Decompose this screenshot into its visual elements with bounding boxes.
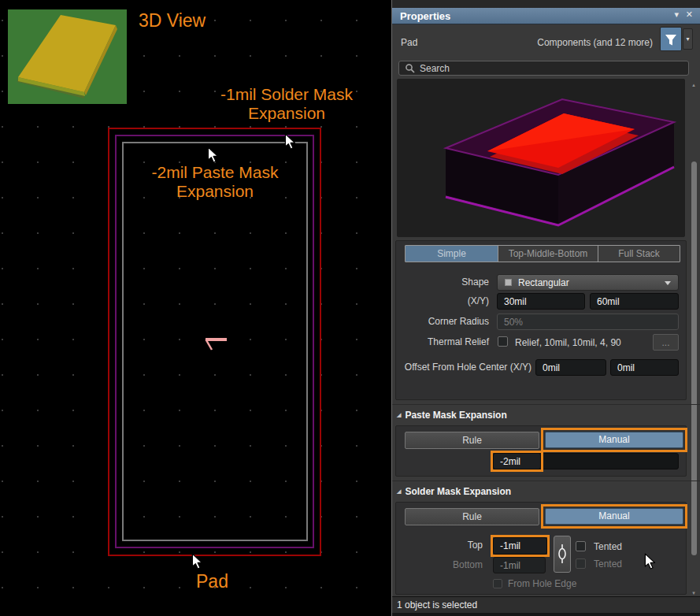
filter-button[interactable] <box>660 27 682 51</box>
panel-title: Properties <box>400 10 450 22</box>
bottom-label: Bottom <box>392 557 483 573</box>
scroll-down-icon[interactable]: ▾ <box>688 590 699 596</box>
corner-radius-label: Corner Radius <box>392 314 489 330</box>
shape-select[interactable]: Rectangular <box>497 274 679 291</box>
label-pad: Pad <box>196 571 228 592</box>
highlight-box <box>491 451 543 472</box>
pad-3d-preview[interactable] <box>397 79 685 237</box>
altium-workspace: 3D View -1mil Solder MaskExpansion -2mil… <box>0 0 700 616</box>
pad-3d-thumbnail <box>8 9 127 104</box>
paste-mask-rule-button[interactable]: Rule <box>405 432 539 449</box>
size-x-field[interactable] <box>497 293 585 310</box>
solder-mask-manual-button[interactable]: Manual <box>545 508 683 525</box>
tab-full-stack[interactable]: Full Stack <box>598 246 680 262</box>
offset-y-field[interactable] <box>610 359 679 376</box>
highlight-box: Manual <box>541 504 687 529</box>
scope-label: Components (and 12 more) <box>537 37 653 48</box>
status-bar: 1 object is selected <box>392 597 700 613</box>
highlight-box: Manual <box>541 428 687 452</box>
from-hole-edge-checkbox <box>493 579 502 588</box>
search-box <box>398 61 689 76</box>
thermal-relief-value: Relief, 10mil, 10mil, 4, 90 <box>515 337 621 348</box>
search-icon <box>405 63 416 74</box>
pcb-canvas[interactable]: 3D View -1mil Solder MaskExpansion -2mil… <box>0 0 391 616</box>
offset-x-field[interactable] <box>535 359 606 376</box>
section-expanded-icon: ◢ <box>397 488 401 494</box>
search-input[interactable] <box>420 61 680 75</box>
status-text: 1 object is selected <box>397 599 477 610</box>
from-hole-edge-label: From Hole Edge <box>508 578 576 589</box>
top-label: Top <box>392 537 483 554</box>
close-icon[interactable]: ✕ <box>686 9 693 20</box>
filter-dropdown-button[interactable]: ▾ <box>683 28 693 50</box>
shape-value: Rectangular <box>518 276 569 291</box>
paste-mask-value-field[interactable] <box>493 453 541 469</box>
tented-bottom-label: Tented <box>594 558 622 570</box>
chevron-down-icon <box>665 281 671 285</box>
shape-label: Shape <box>392 274 489 291</box>
solder-mask-top-field[interactable] <box>493 537 547 555</box>
panel-collapse-icon[interactable]: ▾ <box>674 9 679 20</box>
tented-top-label: Tented <box>594 541 622 552</box>
paste-mask-manual-button[interactable]: Manual <box>545 432 683 448</box>
rectangular-shape-icon <box>505 279 512 286</box>
filter-icon <box>661 28 681 50</box>
pad-3d-render <box>397 79 685 237</box>
tented-bottom-checkbox <box>576 558 586 569</box>
tented-top-checkbox[interactable] <box>576 541 586 551</box>
stack-mode-tabs: Simple Top-Middle-Bottom Full Stack <box>405 245 680 262</box>
section-divider <box>392 404 700 405</box>
solder-mask-rule-button[interactable]: Rule <box>405 508 539 525</box>
corner-radius-field <box>497 314 679 330</box>
xy-label: (X/Y) <box>392 293 489 310</box>
label-3d-view: 3D View <box>139 10 206 32</box>
panel-header: Properties ▾ ✕ <box>392 8 700 24</box>
thermal-relief-label: Thermal Relief <box>392 334 489 351</box>
link-icon <box>554 536 570 572</box>
size-y-field[interactable] <box>590 293 679 310</box>
tab-top-middle-bottom[interactable]: Top-Middle-Bottom <box>498 246 598 262</box>
solder-mask-bottom-field <box>493 557 546 573</box>
section-divider <box>392 481 700 481</box>
tab-simple[interactable]: Simple <box>406 246 498 262</box>
highlight-box <box>491 535 550 557</box>
thermal-relief-more-button: ... <box>653 334 679 351</box>
paste-mask-section-header[interactable]: ◢Paste Mask Expansion <box>397 410 507 421</box>
solder-mask-section-header[interactable]: ◢Solder Mask Expansion <box>397 486 511 497</box>
pad-designator-1 <box>195 334 231 354</box>
thermal-relief-checkbox[interactable] <box>498 336 508 347</box>
properties-panel: Properties ▾ ✕ Pad Components (and 12 mo… <box>391 0 700 616</box>
offset-label: Offset From Hole Center (X/Y) <box>392 359 531 376</box>
scrollbar-thumb[interactable] <box>691 161 697 555</box>
label-solder-mask-expansion: -1mil Solder MaskExpansion <box>203 85 370 123</box>
panel-top-strip <box>392 0 700 8</box>
panel-bottom-edge <box>392 613 700 616</box>
link-top-bottom-button[interactable] <box>554 536 571 573</box>
section-expanded-icon: ◢ <box>397 412 401 417</box>
object-type-label: Pad <box>401 37 417 48</box>
scroll-up-icon[interactable]: ▴ <box>688 82 699 88</box>
